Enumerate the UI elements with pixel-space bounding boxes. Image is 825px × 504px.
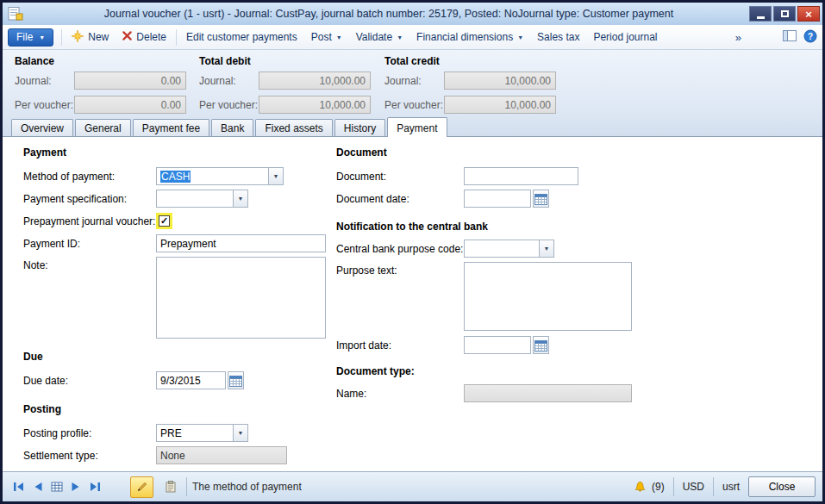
- balance-journal-label: Journal:: [15, 75, 74, 87]
- balance-journal-value: 0.00: [74, 72, 186, 90]
- chevron-down-icon[interactable]: ▼: [233, 425, 247, 441]
- clipboard-icon: [166, 481, 176, 493]
- first-record-icon: [12, 482, 26, 492]
- posting-profile-value: PRE: [157, 425, 233, 441]
- document-field[interactable]: [464, 167, 578, 185]
- note-textarea[interactable]: [156, 257, 326, 339]
- period-journal-label: Period journal: [593, 31, 657, 43]
- first-record-button[interactable]: [9, 477, 28, 496]
- new-button[interactable]: New: [65, 28, 116, 47]
- post-menu-button[interactable]: Post ▼: [304, 28, 349, 47]
- due-date-field[interactable]: 9/3/2015: [156, 371, 226, 389]
- tab-general[interactable]: General: [75, 119, 131, 136]
- close-button[interactable]: Close: [748, 476, 816, 497]
- total-debit-group: Total debit Journal: 10,000.00 Per vouch…: [199, 55, 371, 120]
- document-type-group-header: Document type:: [336, 365, 822, 377]
- chevron-down-icon[interactable]: ▼: [268, 168, 283, 184]
- chevron-down-icon[interactable]: ▼: [233, 190, 247, 207]
- financial-dimensions-menu-button[interactable]: Financial dimensions ▼: [409, 28, 530, 47]
- notifications-button[interactable]: (9): [634, 481, 668, 494]
- edit-customer-payments-button[interactable]: Edit customer payments: [179, 28, 304, 47]
- balance-per-voucher-label: Per voucher:: [15, 99, 74, 111]
- titlebar: Journal voucher (1 - usrt) - Journal: Cu…: [3, 3, 822, 25]
- new-star-icon: [72, 30, 84, 45]
- tab-history[interactable]: History: [334, 119, 385, 136]
- close-window-button[interactable]: ×: [797, 6, 820, 22]
- balance-group: Balance Journal: 0.00 Per voucher: 0.00: [15, 55, 186, 120]
- tab-payment[interactable]: Payment: [387, 117, 447, 137]
- document-label: Document:: [336, 171, 464, 183]
- paste-button[interactable]: [160, 476, 181, 497]
- toolbar: File ▼ New Delete Edit customer payments…: [3, 25, 822, 50]
- status-message: The method of payment: [192, 481, 302, 493]
- journal-app-icon[interactable]: [8, 7, 23, 21]
- posting-profile-combo[interactable]: PRE ▼: [156, 424, 248, 442]
- calendar-icon: [229, 375, 242, 387]
- total-credit-group: Total credit Journal: 10,000.00 Per vouc…: [384, 55, 556, 120]
- sales-tax-label: Sales tax: [537, 31, 579, 43]
- validate-menu-button[interactable]: Validate ▼: [349, 28, 409, 47]
- import-date-field[interactable]: [464, 336, 531, 354]
- grid-icon: [51, 482, 63, 492]
- import-date-calendar-button[interactable]: [533, 336, 549, 354]
- toolbar-overflow-button[interactable]: »: [730, 31, 747, 44]
- debit-journal-value: 10,000.00: [259, 72, 371, 90]
- credit-per-voucher-value: 10,000.00: [444, 96, 556, 114]
- settlement-type-label: Settlement type:: [23, 450, 156, 462]
- delete-button[interactable]: Delete: [116, 28, 173, 47]
- delete-button-label: Delete: [136, 31, 166, 43]
- layout-panes-button[interactable]: [783, 30, 797, 44]
- central-bank-purpose-code-value: [465, 240, 539, 257]
- tab-payment-fee[interactable]: Payment fee: [133, 119, 209, 136]
- tab-bank[interactable]: Bank: [211, 119, 253, 136]
- period-journal-button[interactable]: Period journal: [586, 28, 664, 47]
- grid-view-button[interactable]: [47, 477, 66, 496]
- tab-fixed-assets[interactable]: Fixed assets: [255, 119, 332, 136]
- last-record-icon: [88, 482, 102, 492]
- chevron-down-icon: ▼: [39, 34, 45, 40]
- maximize-icon: [781, 10, 789, 17]
- file-menu-button[interactable]: File ▼: [8, 28, 53, 47]
- total-debit-group-title: Total debit: [199, 55, 371, 67]
- document-date-field[interactable]: [464, 190, 531, 208]
- minimize-button[interactable]: [749, 6, 772, 22]
- last-record-button[interactable]: [85, 477, 104, 496]
- payment-id-field[interactable]: Prepayment: [156, 234, 326, 252]
- payment-specification-combo[interactable]: ▼: [156, 190, 248, 208]
- help-button[interactable]: ?: [803, 29, 817, 46]
- document-group-header: Document: [336, 146, 822, 159]
- purpose-text-label: Purpose text:: [336, 262, 464, 277]
- central-bank-purpose-code-combo[interactable]: ▼: [464, 240, 554, 258]
- payment-tab-content: Payment Method of payment: CASH ▼ Paymen…: [3, 136, 822, 471]
- prepayment-journal-voucher-label: Prepayment journal voucher:: [23, 215, 156, 227]
- method-of-payment-combo[interactable]: CASH ▼: [156, 167, 284, 185]
- previous-record-icon: [32, 482, 44, 492]
- debit-journal-label: Journal:: [199, 75, 259, 87]
- sales-tax-button[interactable]: Sales tax: [530, 28, 586, 47]
- edit-mode-button[interactable]: [130, 476, 153, 498]
- due-date-calendar-button[interactable]: [228, 371, 244, 389]
- prepayment-journal-voucher-checkbox[interactable]: ✓: [159, 215, 170, 227]
- close-icon: ×: [805, 9, 812, 20]
- credit-journal-label: Journal:: [384, 75, 444, 87]
- minimize-icon: [757, 16, 765, 19]
- document-date-calendar-button[interactable]: [533, 190, 549, 208]
- debit-per-voucher-label: Per voucher:: [199, 99, 259, 111]
- tab-strip: Overview General Payment fee Bank Fixed …: [3, 116, 822, 136]
- post-menu-label: Post: [311, 31, 332, 43]
- next-record-button[interactable]: [66, 477, 85, 496]
- statusbar-separator: [673, 477, 674, 496]
- calendar-icon: [534, 339, 547, 352]
- chevron-down-icon[interactable]: ▼: [539, 240, 553, 257]
- toolbar-separator: [61, 29, 62, 46]
- previous-record-button[interactable]: [28, 477, 47, 496]
- posting-profile-label: Posting profile:: [23, 427, 156, 439]
- due-date-label: Due date:: [23, 375, 156, 387]
- name-field: [464, 384, 632, 402]
- tab-overview[interactable]: Overview: [11, 119, 73, 136]
- maximize-button[interactable]: [773, 6, 796, 22]
- purpose-text-textarea[interactable]: [464, 262, 632, 331]
- new-button-label: New: [88, 31, 109, 43]
- import-date-label: Import date:: [336, 339, 464, 352]
- credit-per-voucher-label: Per voucher:: [384, 99, 444, 111]
